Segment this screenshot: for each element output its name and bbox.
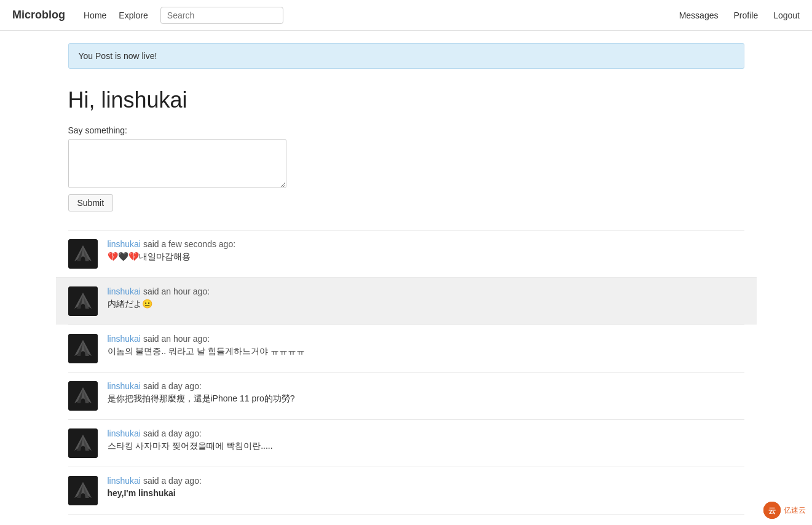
post-form: Say something: Submit: [68, 125, 744, 211]
post-item: linshukai said a day ago: hey,I'm linshu…: [68, 467, 744, 515]
nav-brand[interactable]: Microblog: [12, 9, 65, 22]
avatar: [68, 334, 98, 363]
alert-message: You Post is now live!: [79, 51, 157, 61]
say-label: Say something:: [68, 125, 744, 135]
search-input[interactable]: [160, 7, 283, 24]
post-content: linshukai said a day ago: 스타킹 사자마자 찢어졌을때…: [108, 428, 744, 452]
nav-search-container: [160, 7, 283, 24]
post-username[interactable]: linshukai: [108, 381, 141, 391]
avatar: [68, 476, 98, 505]
posts-section: linshukai said a few seconds ago: 💔🖤💔내일마…: [68, 230, 744, 515]
greeting-heading: Hi, linshukai: [68, 87, 744, 113]
nav-right: Messages Profile Logout: [679, 10, 800, 20]
post-item: linshukai said a day ago: 是你把我拍得那麼瘦，還是iP…: [68, 372, 744, 419]
nav-links: Home Explore: [84, 10, 148, 20]
alert-banner: You Post is now live!: [68, 43, 744, 69]
post-time: said an hour ago:: [143, 286, 210, 296]
navbar: Microblog Home Explore Messages Profile …: [0, 0, 812, 31]
post-content: linshukai said a few seconds ago: 💔🖤💔내일마…: [108, 239, 744, 262]
nav-link-logout[interactable]: Logout: [773, 10, 800, 20]
post-username[interactable]: linshukai: [108, 286, 141, 296]
post-username[interactable]: linshukai: [108, 428, 141, 438]
post-username[interactable]: linshukai: [108, 476, 141, 486]
submit-button[interactable]: Submit: [68, 194, 114, 211]
post-content: linshukai said a day ago: 是你把我拍得那麼瘦，還是iP…: [108, 381, 744, 405]
post-body: 内緒だよ😐: [108, 299, 744, 310]
post-meta: linshukai said an hour ago:: [108, 286, 744, 296]
nav-link-profile[interactable]: Profile: [733, 10, 758, 20]
post-item: linshukai said an hour ago: 内緒だよ😐: [56, 277, 757, 325]
watermark: 云 亿速云: [763, 502, 806, 519]
post-meta: linshukai said a day ago:: [108, 381, 744, 391]
avatar: [68, 428, 98, 458]
watermark-icon: 云: [763, 502, 781, 519]
post-content: linshukai said an hour ago: 이놈의 불면증.. 뭐라…: [108, 334, 744, 357]
nav-link-explore[interactable]: Explore: [119, 10, 148, 20]
avatar: [68, 381, 98, 411]
post-time: said a day ago:: [143, 428, 202, 438]
post-body: 💔🖤💔내일마감해용: [108, 251, 744, 262]
post-content: linshukai said an hour ago: 内緒だよ😐: [108, 286, 744, 310]
watermark-text: 亿速云: [784, 505, 806, 516]
post-textarea[interactable]: [68, 139, 286, 188]
post-time: said a day ago:: [143, 476, 202, 486]
svg-text:云: 云: [768, 507, 776, 515]
post-item: linshukai said an hour ago: 이놈의 불면증.. 뭐라…: [68, 325, 744, 372]
post-body: 是你把我拍得那麼瘦，還是iPhone 11 pro的功勞?: [108, 393, 744, 405]
post-body: hey,I'm linshukai: [108, 488, 744, 498]
post-item: linshukai said a few seconds ago: 💔🖤💔내일마…: [68, 230, 744, 277]
post-username[interactable]: linshukai: [108, 239, 141, 249]
post-meta: linshukai said a few seconds ago:: [108, 239, 744, 249]
post-time: said an hour ago:: [143, 334, 210, 344]
post-meta: linshukai said a day ago:: [108, 428, 744, 438]
post-body: 스타킹 사자마자 찢어졌을때에 빡침이란.....: [108, 441, 744, 452]
nav-link-messages[interactable]: Messages: [679, 10, 719, 20]
post-meta: linshukai said a day ago:: [108, 476, 744, 486]
cloud-icon: 云: [763, 502, 781, 519]
post-item: linshukai said a day ago: 스타킹 사자마자 찢어졌을때…: [68, 419, 744, 467]
main-container: You Post is now live! Hi, linshukai Say …: [56, 31, 757, 525]
avatar: [68, 286, 98, 316]
nav-link-home[interactable]: Home: [84, 10, 106, 20]
post-content: linshukai said a day ago: hey,I'm linshu…: [108, 476, 744, 498]
avatar: [68, 239, 98, 269]
post-body: 이놈의 불면증.. 뭐라고 날 힘들게하느거야 ㅠㅠㅠㅠ: [108, 346, 744, 357]
post-time: said a day ago:: [143, 381, 202, 391]
post-time: said a few seconds ago:: [143, 239, 235, 249]
post-username[interactable]: linshukai: [108, 334, 141, 344]
post-meta: linshukai said an hour ago:: [108, 334, 744, 344]
